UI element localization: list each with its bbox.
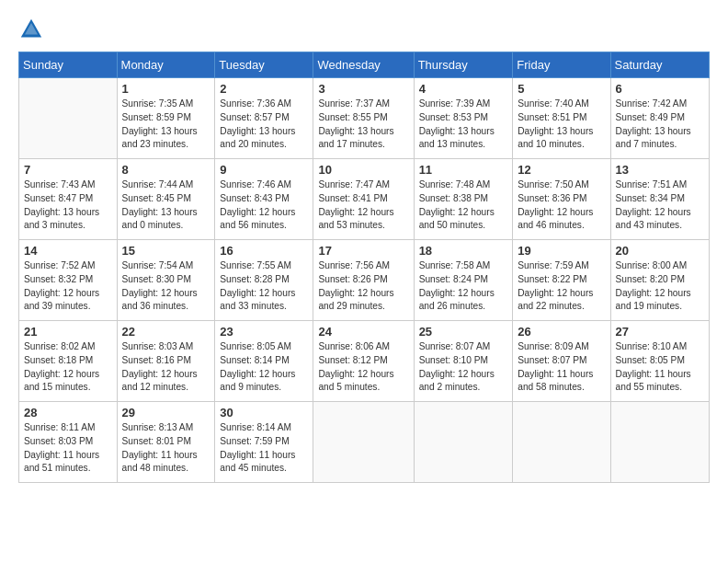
day-number: 9 [220,163,308,177]
logo-icon [18,17,44,42]
calendar-cell: 9Sunrise: 7:46 AM Sunset: 8:43 PM Daylig… [215,159,313,240]
header-day-monday: Monday [117,52,215,78]
calendar-cell: 17Sunrise: 7:56 AM Sunset: 8:26 PM Dayli… [313,240,414,321]
day-info: Sunrise: 7:36 AM Sunset: 8:57 PM Dayligh… [220,98,308,152]
calendar-cell: 26Sunrise: 8:09 AM Sunset: 8:07 PM Dayli… [513,321,610,402]
day-number: 7 [24,163,112,177]
calendar-cell: 20Sunrise: 8:00 AM Sunset: 8:20 PM Dayli… [610,240,709,321]
day-info: Sunrise: 7:58 AM Sunset: 8:24 PM Dayligh… [419,259,508,314]
day-number: 21 [24,325,112,339]
week-row-1: 7Sunrise: 7:43 AM Sunset: 8:47 PM Daylig… [19,159,710,240]
day-number: 11 [419,163,508,177]
day-info: Sunrise: 8:03 AM Sunset: 8:16 PM Dayligh… [122,340,210,395]
day-number: 18 [419,244,508,258]
day-number: 20 [616,244,704,258]
day-number: 4 [419,82,508,96]
day-number: 24 [318,325,408,339]
week-row-0: 1Sunrise: 7:35 AM Sunset: 8:59 PM Daylig… [19,78,710,159]
day-info: Sunrise: 8:10 AM Sunset: 8:05 PM Dayligh… [616,340,704,395]
day-number: 12 [518,163,605,177]
day-number: 6 [616,82,704,96]
day-number: 30 [220,406,308,419]
calendar-cell: 21Sunrise: 8:02 AM Sunset: 8:18 PM Dayli… [19,321,118,402]
day-number: 14 [24,244,112,258]
day-number: 1 [122,82,210,96]
day-info: Sunrise: 7:46 AM Sunset: 8:43 PM Dayligh… [220,178,308,233]
day-number: 28 [24,406,112,419]
day-number: 16 [220,244,308,258]
day-info: Sunrise: 7:56 AM Sunset: 8:26 PM Dayligh… [318,259,408,314]
page: SundayMondayTuesdayWednesdayThursdayFrid… [0,0,728,563]
calendar-cell: 15Sunrise: 7:54 AM Sunset: 8:30 PM Dayli… [117,240,215,321]
header-day-tuesday: Tuesday [215,52,313,78]
day-info: Sunrise: 8:07 AM Sunset: 8:10 PM Dayligh… [419,340,508,395]
calendar-cell: 18Sunrise: 7:58 AM Sunset: 8:24 PM Dayli… [414,240,513,321]
day-number: 5 [518,82,605,96]
calendar-cell: 13Sunrise: 7:51 AM Sunset: 8:34 PM Dayli… [610,159,709,240]
calendar-table: SundayMondayTuesdayWednesdayThursdayFrid… [18,52,710,483]
day-info: Sunrise: 7:52 AM Sunset: 8:32 PM Dayligh… [24,259,112,314]
day-number: 15 [122,244,210,258]
day-number: 17 [318,244,408,258]
day-info: Sunrise: 8:05 AM Sunset: 8:14 PM Dayligh… [220,340,308,395]
calendar-cell: 24Sunrise: 8:06 AM Sunset: 8:12 PM Dayli… [313,321,414,402]
header-day-sunday: Sunday [19,52,118,78]
calendar-cell: 4Sunrise: 7:39 AM Sunset: 8:53 PM Daylig… [414,78,513,159]
calendar-cell: 28Sunrise: 8:11 AM Sunset: 8:03 PM Dayli… [19,402,118,483]
day-info: Sunrise: 7:44 AM Sunset: 8:45 PM Dayligh… [122,178,210,233]
day-number: 2 [220,82,308,96]
day-number: 3 [318,82,408,96]
day-number: 27 [616,325,704,339]
calendar-cell [610,402,709,483]
header-row: SundayMondayTuesdayWednesdayThursdayFrid… [19,52,710,78]
week-row-4: 28Sunrise: 8:11 AM Sunset: 8:03 PM Dayli… [19,402,710,483]
day-number: 23 [220,325,308,339]
calendar-cell: 14Sunrise: 7:52 AM Sunset: 8:32 PM Dayli… [19,240,118,321]
calendar-cell: 2Sunrise: 7:36 AM Sunset: 8:57 PM Daylig… [215,78,313,159]
day-number: 19 [518,244,605,258]
calendar-cell: 22Sunrise: 8:03 AM Sunset: 8:16 PM Dayli… [117,321,215,402]
day-info: Sunrise: 7:43 AM Sunset: 8:47 PM Dayligh… [24,178,112,233]
day-info: Sunrise: 7:37 AM Sunset: 8:55 PM Dayligh… [318,98,408,152]
header-day-wednesday: Wednesday [313,52,414,78]
day-info: Sunrise: 7:54 AM Sunset: 8:30 PM Dayligh… [122,259,210,314]
calendar-body: 1Sunrise: 7:35 AM Sunset: 8:59 PM Daylig… [19,78,710,483]
calendar-cell: 12Sunrise: 7:50 AM Sunset: 8:36 PM Dayli… [513,159,610,240]
day-info: Sunrise: 8:13 AM Sunset: 8:01 PM Dayligh… [122,421,210,476]
logo [18,17,48,42]
week-row-3: 21Sunrise: 8:02 AM Sunset: 8:18 PM Dayli… [19,321,710,402]
day-info: Sunrise: 7:40 AM Sunset: 8:51 PM Dayligh… [518,98,605,152]
day-info: Sunrise: 7:42 AM Sunset: 8:49 PM Dayligh… [616,98,704,152]
day-number: 13 [616,163,704,177]
calendar-cell [313,402,414,483]
calendar-cell [513,402,610,483]
day-number: 25 [419,325,508,339]
calendar-cell: 11Sunrise: 7:48 AM Sunset: 8:38 PM Dayli… [414,159,513,240]
calendar-header: SundayMondayTuesdayWednesdayThursdayFrid… [19,52,710,78]
calendar-cell: 6Sunrise: 7:42 AM Sunset: 8:49 PM Daylig… [610,78,709,159]
day-number: 10 [318,163,408,177]
day-number: 22 [122,325,210,339]
calendar-cell: 25Sunrise: 8:07 AM Sunset: 8:10 PM Dayli… [414,321,513,402]
calendar-cell: 27Sunrise: 8:10 AM Sunset: 8:05 PM Dayli… [610,321,709,402]
day-info: Sunrise: 7:51 AM Sunset: 8:34 PM Dayligh… [616,178,704,233]
day-info: Sunrise: 8:09 AM Sunset: 8:07 PM Dayligh… [518,340,605,395]
calendar-cell [414,402,513,483]
calendar-cell [19,78,118,159]
calendar-cell: 3Sunrise: 7:37 AM Sunset: 8:55 PM Daylig… [313,78,414,159]
calendar-cell: 8Sunrise: 7:44 AM Sunset: 8:45 PM Daylig… [117,159,215,240]
calendar-cell: 16Sunrise: 7:55 AM Sunset: 8:28 PM Dayli… [215,240,313,321]
day-info: Sunrise: 7:35 AM Sunset: 8:59 PM Dayligh… [122,98,210,152]
week-row-2: 14Sunrise: 7:52 AM Sunset: 8:32 PM Dayli… [19,240,710,321]
day-info: Sunrise: 8:06 AM Sunset: 8:12 PM Dayligh… [318,340,408,395]
day-info: Sunrise: 7:59 AM Sunset: 8:22 PM Dayligh… [518,259,605,314]
day-info: Sunrise: 8:00 AM Sunset: 8:20 PM Dayligh… [616,259,704,314]
calendar-cell: 30Sunrise: 8:14 AM Sunset: 7:59 PM Dayli… [215,402,313,483]
day-info: Sunrise: 8:14 AM Sunset: 7:59 PM Dayligh… [220,421,308,476]
header-day-saturday: Saturday [610,52,709,78]
day-number: 26 [518,325,605,339]
day-info: Sunrise: 7:47 AM Sunset: 8:41 PM Dayligh… [318,178,408,233]
calendar-cell: 23Sunrise: 8:05 AM Sunset: 8:14 PM Dayli… [215,321,313,402]
header [18,17,710,42]
day-info: Sunrise: 8:02 AM Sunset: 8:18 PM Dayligh… [24,340,112,395]
